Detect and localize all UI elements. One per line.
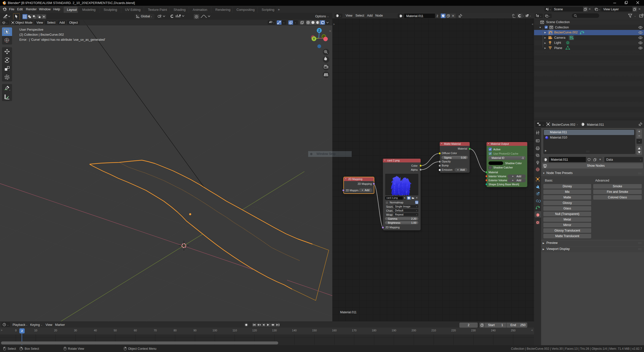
svg-text:Z: Z <box>318 29 320 32</box>
svg-text:Y: Y <box>313 37 315 41</box>
svg-text:<: < <box>329 29 331 32</box>
